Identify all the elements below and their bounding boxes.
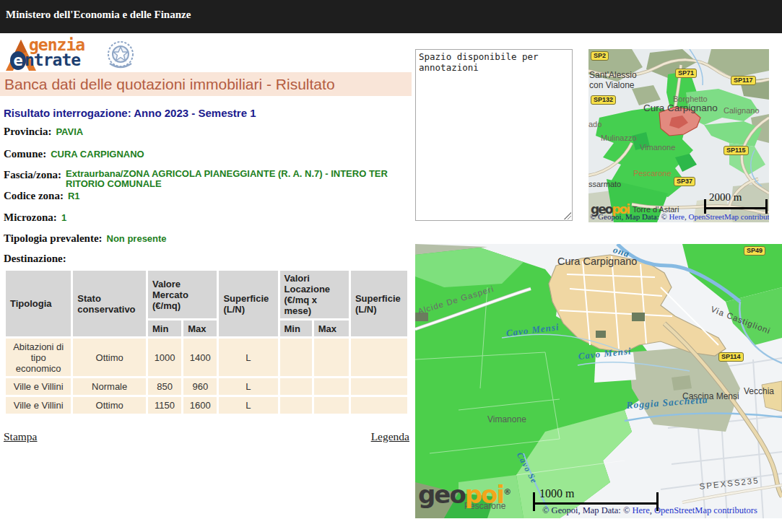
map-attribution: © Geopoi, Map Data: © Here, OpenStreetMa… [590, 212, 769, 221]
field-comune: Comune:CURA CARPIGNANO [4, 147, 144, 160]
map-scale-tick [765, 199, 768, 214]
overview-map[interactable]: SP2 SP71 SP117 SP132 SP115 SP37 Sant'Ale… [588, 49, 769, 222]
col-header-vl-min: Min [280, 320, 312, 336]
map-scale-label: 1000 m [539, 487, 574, 500]
field-fascia-zona: Fascia/zona:Extraurbana/ZONA AGRICOLA PI… [4, 169, 392, 190]
provincia-label: Provincia: [4, 126, 51, 137]
map-attribution: © Geopoi, Map Data: © Here, OpenStreetMa… [542, 505, 757, 516]
table-row: Ville e Villini Ottimo 1150 1600 L [6, 397, 407, 414]
cell-vl-max [314, 378, 349, 395]
col-header-vm-min: Min [148, 320, 181, 336]
col-header-vm-max: Max [183, 320, 217, 336]
cell-vm-min: 850 [148, 378, 181, 395]
col-header-superficie: Superficie (L/N) [219, 271, 277, 336]
col-header-tipologia: Tipologia [6, 271, 71, 336]
map-label-vimanone: Vimanone [487, 414, 526, 424]
resize-handle-icon[interactable] [564, 212, 571, 219]
map-label-mulinazzo: Mulinazzo [601, 134, 637, 142]
result-info: Risultato interrogazione: Anno 2023 - Se… [4, 105, 409, 267]
legenda-link[interactable]: Legenda [371, 430, 409, 443]
osm-link[interactable]: OpenStreetMap contributor [688, 212, 769, 221]
col-header-stato: Stato conservativo [73, 271, 146, 336]
cell-superficie: L [219, 397, 277, 414]
cell-vm-max: 1600 [183, 397, 217, 414]
cell-vl-max [314, 397, 349, 414]
cell-vm-max: 960 [183, 378, 217, 395]
map-label-cura-carpignano: Cura Carpignano [557, 256, 637, 267]
page-title-bar: Banca dati delle quotazioni immobiliari … [0, 72, 412, 96]
page-title: Banca dati delle quotazioni immobiliari … [0, 72, 412, 96]
map-scale-tick [704, 199, 706, 214]
map-label-con-vialone: con Vialone [589, 80, 635, 90]
cell-tipologia: Abitazioni di tipo economico [6, 339, 71, 376]
road-badge-sp71: SP71 [675, 69, 697, 78]
map-label-sant-alessio: Sant'Alessio [589, 70, 637, 80]
codice-label: Codice zona: [4, 190, 64, 201]
agenzia-entrate-logo: e genzia ntrate [3, 39, 147, 72]
table-row: Abitazioni di tipo economico Ottimo 1000… [6, 339, 407, 376]
map-scale-tick [533, 492, 535, 511]
detail-map-graphics [415, 244, 782, 518]
col-header-valore-mercato: Valore Mercato (€/mq) [148, 271, 217, 318]
quotations-table: Tipologia Stato conservativo Valore Merc… [4, 269, 409, 416]
cell-vl-min [280, 397, 312, 414]
cell-vm-max: 1400 [183, 339, 217, 376]
field-provincia: Provincia:PAVIA [4, 125, 83, 138]
cell-vl-max [314, 339, 349, 376]
map-scale-tick [656, 492, 659, 511]
tipologia-prevalente-value: Non presente [107, 233, 167, 244]
map-label-calignano: Calignano [724, 106, 760, 115]
cell-vm-min: 1000 [148, 339, 181, 376]
comune-label: Comune: [4, 148, 46, 160]
detail-map[interactable]: SP49 SP114 ona Cura Carpignano Alcide De… [415, 244, 782, 518]
map-label-ado: ado [588, 120, 601, 128]
italy-emblem-icon [104, 39, 137, 72]
fascia-value: Extraurbana/ZONA AGRICOLA PIANEGGIANTE (… [66, 169, 392, 189]
microzona-value: 1 [61, 212, 66, 223]
tipologia-prevalente-label: Tipologia prevalente: [4, 232, 103, 244]
table-row: Ville e Villini Normale 850 960 L [6, 378, 407, 395]
cell-tipologia: Ville e Villini [6, 397, 71, 414]
field-codice-zona: Codice zona:R1 [4, 189, 80, 202]
field-microzona: Microzona:1 [4, 211, 66, 224]
cell-superficie-2 [351, 397, 407, 414]
cell-superficie: L [219, 339, 277, 376]
field-tipologia-prevalente: Tipologia prevalente:Non presente [4, 232, 167, 245]
road-badge-sp114: SP114 [718, 352, 744, 362]
stampa-link[interactable]: Stampa [4, 430, 38, 443]
here-link[interactable]: Here [669, 212, 685, 221]
fascia-label: Fascia/zona: [4, 169, 61, 181]
cell-tipologia: Ville e Villini [6, 378, 71, 395]
annotations-textarea[interactable]: Spazio disponibile per annotazioni [415, 49, 573, 221]
col-header-valori-locazione: Valori Locazione (€/mq x mese) [280, 271, 349, 318]
road-badge-sp115: SP115 [724, 146, 749, 155]
road-badge-sp49: SP49 [744, 246, 765, 256]
ministry-title: Ministero dell'Economia e delle Finanze [6, 9, 191, 21]
links-row: Stampa Legenda [4, 430, 409, 445]
codice-value: R1 [68, 191, 80, 201]
col-header-vl-max: Max [314, 320, 349, 336]
map-label-vimanone: Vimanone [640, 143, 675, 152]
geopoi-logo: geopoi® [418, 482, 511, 507]
cell-superficie-2 [351, 339, 407, 376]
cell-superficie: L [219, 378, 277, 395]
result-heading: Risultato interrogazione: Anno 2023 - Se… [4, 107, 256, 119]
agenzia-wordmark: genzia ntrate [25, 38, 84, 68]
osm-link[interactable]: OpenStreetMap contributors [654, 505, 757, 515]
cell-stato: Ottimo [73, 397, 146, 414]
agenzia-word-ntrate: ntrate [25, 53, 84, 68]
cell-stato: Normale [73, 378, 146, 395]
provincia-value: PAVIA [56, 126, 83, 137]
map-label-vecchia: Vecchia [744, 386, 774, 396]
road-badge-sp37: SP37 [674, 177, 695, 186]
field-destinazione: Destinazione: [4, 252, 66, 265]
destinazione-label: Destinazione: [4, 253, 66, 264]
cell-vl-min [280, 378, 312, 395]
map-label-cura-carpignano: Cura Carpignano [643, 103, 718, 113]
comune-value: CURA CARPIGNANO [51, 149, 144, 160]
here-link[interactable]: Here [633, 505, 650, 515]
road-badge-sp117: SP117 [731, 76, 756, 85]
agenzia-e-icon: e [10, 51, 26, 70]
map-scale-label: 2000 m [709, 191, 742, 204]
map-label-ssarmato: ssarmato [588, 180, 621, 188]
